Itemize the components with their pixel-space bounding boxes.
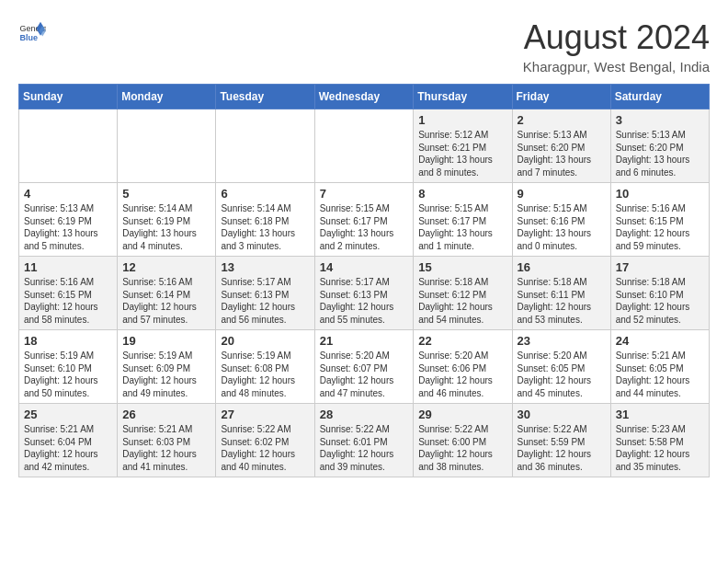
calendar-week-3: 11Sunrise: 5:16 AM Sunset: 6:15 PM Dayli… <box>19 257 710 330</box>
table-row: 6Sunrise: 5:14 AM Sunset: 6:18 PM Daylig… <box>216 183 314 257</box>
day-info: Sunrise: 5:13 AM Sunset: 6:20 PM Dayligh… <box>616 129 704 178</box>
day-number: 30 <box>518 408 606 421</box>
day-info: Sunrise: 5:16 AM Sunset: 6:15 PM Dayligh… <box>616 202 704 252</box>
logo-icon: General Blue <box>18 18 46 46</box>
day-info: Sunrise: 5:21 AM Sunset: 6:05 PM Dayligh… <box>616 350 704 399</box>
table-row: 18Sunrise: 5:19 AM Sunset: 6:10 PM Dayli… <box>19 330 118 404</box>
location: Kharagpur, West Bengal, India <box>523 59 710 75</box>
table-row: 13Sunrise: 5:17 AM Sunset: 6:13 PM Dayli… <box>216 257 314 330</box>
day-number: 19 <box>122 334 210 348</box>
table-row: 9Sunrise: 5:15 AM Sunset: 6:16 PM Daylig… <box>512 183 610 257</box>
table-row: 1Sunrise: 5:12 AM Sunset: 6:21 PM Daylig… <box>414 109 512 183</box>
day-number: 25 <box>24 408 112 421</box>
title-section: August 2024 Kharagpur, West Bengal, Indi… <box>523 18 710 75</box>
table-row: 15Sunrise: 5:18 AM Sunset: 6:12 PM Dayli… <box>414 257 512 330</box>
table-row: 25Sunrise: 5:21 AM Sunset: 6:04 PM Dayli… <box>19 404 118 477</box>
day-info: Sunrise: 5:17 AM Sunset: 6:13 PM Dayligh… <box>221 276 309 326</box>
day-number: 29 <box>418 408 506 421</box>
day-info: Sunrise: 5:21 AM Sunset: 6:03 PM Dayligh… <box>122 423 210 473</box>
month-year: August 2024 <box>523 18 710 57</box>
table-row: 7Sunrise: 5:15 AM Sunset: 6:17 PM Daylig… <box>314 183 414 257</box>
day-number: 28 <box>320 408 409 421</box>
day-info: Sunrise: 5:15 AM Sunset: 6:17 PM Dayligh… <box>320 202 409 252</box>
day-number: 23 <box>518 334 606 348</box>
table-row: 10Sunrise: 5:16 AM Sunset: 6:15 PM Dayli… <box>610 183 709 257</box>
day-info: Sunrise: 5:19 AM Sunset: 6:10 PM Dayligh… <box>24 350 112 399</box>
day-info: Sunrise: 5:20 AM Sunset: 6:07 PM Dayligh… <box>320 350 409 399</box>
col-tuesday: Tuesday <box>216 85 314 109</box>
day-number: 7 <box>320 187 409 201</box>
day-number: 14 <box>320 260 409 274</box>
day-number: 21 <box>320 334 409 348</box>
table-row: 8Sunrise: 5:15 AM Sunset: 6:17 PM Daylig… <box>414 183 512 257</box>
day-info: Sunrise: 5:13 AM Sunset: 6:20 PM Dayligh… <box>518 129 606 178</box>
table-row: 30Sunrise: 5:22 AM Sunset: 5:59 PM Dayli… <box>512 404 610 477</box>
table-row <box>19 109 118 183</box>
table-row: 14Sunrise: 5:17 AM Sunset: 6:13 PM Dayli… <box>314 257 414 330</box>
day-number: 11 <box>24 260 112 274</box>
day-number: 18 <box>24 334 112 348</box>
day-info: Sunrise: 5:16 AM Sunset: 6:14 PM Dayligh… <box>122 276 210 326</box>
table-row: 22Sunrise: 5:20 AM Sunset: 6:06 PM Dayli… <box>414 330 512 404</box>
day-info: Sunrise: 5:12 AM Sunset: 6:21 PM Dayligh… <box>418 129 506 178</box>
col-friday: Friday <box>512 85 610 109</box>
day-number: 6 <box>221 187 309 201</box>
col-sunday: Sunday <box>19 85 118 109</box>
day-info: Sunrise: 5:15 AM Sunset: 6:17 PM Dayligh… <box>418 202 506 252</box>
table-row: 23Sunrise: 5:20 AM Sunset: 6:05 PM Dayli… <box>512 330 610 404</box>
day-info: Sunrise: 5:17 AM Sunset: 6:13 PM Dayligh… <box>320 276 409 326</box>
day-info: Sunrise: 5:20 AM Sunset: 6:06 PM Dayligh… <box>418 350 506 399</box>
day-number: 15 <box>418 260 506 274</box>
table-row: 26Sunrise: 5:21 AM Sunset: 6:03 PM Dayli… <box>118 404 216 477</box>
day-number: 16 <box>518 260 606 274</box>
calendar-week-2: 4Sunrise: 5:13 AM Sunset: 6:19 PM Daylig… <box>19 183 710 257</box>
table-row <box>118 109 216 183</box>
table-row: 3Sunrise: 5:13 AM Sunset: 6:20 PM Daylig… <box>610 109 709 183</box>
day-number: 3 <box>616 113 704 127</box>
table-row: 16Sunrise: 5:18 AM Sunset: 6:11 PM Dayli… <box>512 257 610 330</box>
page-header: General Blue August 2024 Kharagpur, West… <box>18 18 710 75</box>
day-number: 26 <box>122 408 210 421</box>
table-row: 5Sunrise: 5:14 AM Sunset: 6:19 PM Daylig… <box>118 183 216 257</box>
day-info: Sunrise: 5:18 AM Sunset: 6:10 PM Dayligh… <box>616 276 704 326</box>
day-number: 27 <box>221 408 309 421</box>
calendar-week-1: 1Sunrise: 5:12 AM Sunset: 6:21 PM Daylig… <box>19 109 710 183</box>
table-row: 17Sunrise: 5:18 AM Sunset: 6:10 PM Dayli… <box>610 257 709 330</box>
day-number: 20 <box>221 334 309 348</box>
svg-text:Blue: Blue <box>20 33 39 42</box>
table-row: 4Sunrise: 5:13 AM Sunset: 6:19 PM Daylig… <box>19 183 118 257</box>
day-info: Sunrise: 5:14 AM Sunset: 6:18 PM Dayligh… <box>221 202 309 252</box>
day-number: 5 <box>122 187 210 201</box>
table-row: 29Sunrise: 5:22 AM Sunset: 6:00 PM Dayli… <box>414 404 512 477</box>
calendar-table: Sunday Monday Tuesday Wednesday Thursday… <box>18 84 710 477</box>
col-wednesday: Wednesday <box>314 85 414 109</box>
day-number: 22 <box>418 334 506 348</box>
day-info: Sunrise: 5:20 AM Sunset: 6:05 PM Dayligh… <box>518 350 606 399</box>
day-number: 9 <box>518 187 606 201</box>
table-row: 12Sunrise: 5:16 AM Sunset: 6:14 PM Dayli… <box>118 257 216 330</box>
day-info: Sunrise: 5:22 AM Sunset: 6:02 PM Dayligh… <box>221 423 309 473</box>
table-row: 11Sunrise: 5:16 AM Sunset: 6:15 PM Dayli… <box>19 257 118 330</box>
day-info: Sunrise: 5:21 AM Sunset: 6:04 PM Dayligh… <box>24 423 112 473</box>
day-number: 12 <box>122 260 210 274</box>
day-number: 8 <box>418 187 506 201</box>
day-number: 1 <box>418 113 506 127</box>
day-number: 17 <box>616 260 704 274</box>
table-row <box>216 109 314 183</box>
table-row: 19Sunrise: 5:19 AM Sunset: 6:09 PM Dayli… <box>118 330 216 404</box>
day-info: Sunrise: 5:22 AM Sunset: 5:59 PM Dayligh… <box>518 423 606 473</box>
day-number: 10 <box>616 187 704 201</box>
table-row <box>314 109 414 183</box>
day-number: 13 <box>221 260 309 274</box>
table-row: 2Sunrise: 5:13 AM Sunset: 6:20 PM Daylig… <box>512 109 610 183</box>
table-row: 27Sunrise: 5:22 AM Sunset: 6:02 PM Dayli… <box>216 404 314 477</box>
day-number: 24 <box>616 334 704 348</box>
day-info: Sunrise: 5:16 AM Sunset: 6:15 PM Dayligh… <box>24 276 112 326</box>
table-row: 31Sunrise: 5:23 AM Sunset: 5:58 PM Dayli… <box>610 404 709 477</box>
day-info: Sunrise: 5:15 AM Sunset: 6:16 PM Dayligh… <box>518 202 606 252</box>
table-row: 28Sunrise: 5:22 AM Sunset: 6:01 PM Dayli… <box>314 404 414 477</box>
col-saturday: Saturday <box>610 85 709 109</box>
calendar-header-row: Sunday Monday Tuesday Wednesday Thursday… <box>19 85 710 109</box>
day-info: Sunrise: 5:19 AM Sunset: 6:08 PM Dayligh… <box>221 350 309 399</box>
day-number: 4 <box>24 187 112 201</box>
